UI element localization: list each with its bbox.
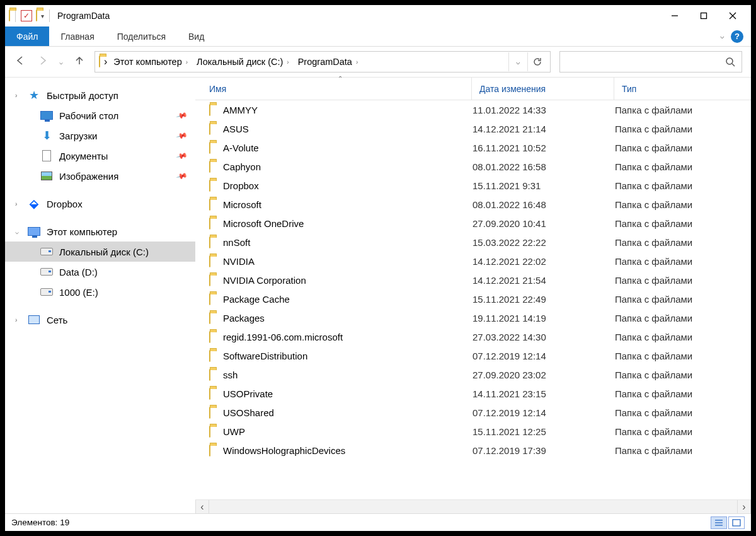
column-header-name[interactable]: ⌃ Имя <box>209 78 471 100</box>
forward-button[interactable] <box>37 54 49 69</box>
file-type: Папка с файлами <box>615 275 751 286</box>
network-icon <box>28 314 40 325</box>
file-row[interactable]: A-Volute16.11.2021 10:52Папка с файлами <box>195 138 751 157</box>
drive-icon <box>40 246 53 257</box>
ribbon-tab-share[interactable]: Поделиться <box>106 26 177 46</box>
chevron-right-icon[interactable]: › <box>15 201 17 207</box>
sidebar-item-downloads[interactable]: ⬇ Загрузки 📌 <box>5 125 195 146</box>
folder-icon <box>209 180 223 191</box>
folder-icon <box>209 426 223 437</box>
file-date: 16.11.2021 10:52 <box>472 143 615 153</box>
search-icon <box>725 57 735 67</box>
file-name: WindowsHolographicDevices <box>223 445 472 456</box>
breadcrumb-segment[interactable]: ProgramData› <box>295 55 361 68</box>
file-row[interactable]: NVIDIA14.12.2021 22:02Папка с файлами <box>195 252 751 271</box>
sidebar-item-desktop[interactable]: Рабочий стол 📌 <box>5 105 195 125</box>
svg-rect-9 <box>733 520 740 526</box>
file-name: UWP <box>223 426 472 437</box>
file-date: 07.12.2019 17:39 <box>472 445 615 456</box>
pin-icon: 📌 <box>176 149 188 162</box>
sidebar-item-documents[interactable]: Документы 📌 <box>5 146 195 166</box>
column-header-date[interactable]: Дата изменения <box>471 78 614 100</box>
sidebar-drive-e[interactable]: 1000 (E:) <box>5 282 195 302</box>
sort-asc-icon: ⌃ <box>338 75 343 82</box>
file-row[interactable]: regid.1991-06.com.microsoft27.03.2022 14… <box>195 327 751 346</box>
file-name: Dropbox <box>223 180 472 191</box>
qat-dropdown-icon[interactable]: ▾ <box>41 13 44 20</box>
file-date: 15.11.2021 12:25 <box>472 426 615 437</box>
file-name: Microsoft OneDrive <box>223 218 472 229</box>
search-box[interactable] <box>559 51 742 73</box>
file-list[interactable]: AMMYY11.01.2022 14:33Папка с файламиASUS… <box>195 100 751 499</box>
up-button[interactable] <box>73 54 86 69</box>
properties-icon[interactable]: ✓ <box>21 10 32 21</box>
view-large-icons-button[interactable] <box>728 516 745 529</box>
folder-icon <box>209 332 223 342</box>
ribbon-expand-icon[interactable]: ⌵ <box>720 32 724 40</box>
file-row[interactable]: Dropbox15.11.2021 9:31Папка с файлами <box>195 176 751 195</box>
file-row[interactable]: AMMYY11.01.2022 14:33Папка с файлами <box>195 100 751 119</box>
chevron-right-icon[interactable]: › <box>15 317 17 323</box>
breadcrumb-segment[interactable]: Этот компьютер› <box>111 55 190 68</box>
folder-icon[interactable] <box>36 10 37 21</box>
svg-point-4 <box>726 58 733 64</box>
file-type: Папка с файлами <box>615 218 751 229</box>
chevron-right-icon[interactable]: › <box>186 59 188 66</box>
help-button[interactable]: ? <box>731 30 743 43</box>
chevron-down-icon[interactable]: ⌵ <box>15 228 19 235</box>
column-header-type[interactable]: Тип <box>614 78 751 100</box>
chevron-right-icon[interactable]: › <box>15 92 17 99</box>
scroll-right-button[interactable]: › <box>737 500 751 513</box>
file-row[interactable]: ASUS14.12.2021 21:14Папка с файлами <box>195 119 751 138</box>
file-row[interactable]: WindowsHolographicDevices07.12.2019 17:3… <box>195 441 751 460</box>
explorer-window: ✓ ▾ ProgramData Файл Главная Поделиться … <box>3 3 753 533</box>
sidebar-this-pc[interactable]: ⌵ Этот компьютер <box>5 221 195 242</box>
address-bar[interactable]: › Этот компьютер› Локальный диск (C:)› P… <box>94 51 551 73</box>
close-button[interactable] <box>718 6 747 25</box>
sidebar-quick-access[interactable]: › ★ Быстрый доступ <box>5 85 195 105</box>
file-row[interactable]: NVIDIA Corporation14.12.2021 21:54Папка … <box>195 271 751 289</box>
file-type: Папка с файлами <box>615 256 751 267</box>
ribbon-tab-view[interactable]: Вид <box>177 26 215 46</box>
refresh-button[interactable] <box>527 52 546 71</box>
file-row[interactable]: UWP15.11.2021 12:25Папка с файлами <box>195 422 751 441</box>
file-type: Папка с файлами <box>615 445 751 456</box>
file-row[interactable]: ssh27.09.2020 23:02Папка с файлами <box>195 365 751 384</box>
maximize-button[interactable] <box>689 6 718 25</box>
back-button[interactable] <box>14 54 26 69</box>
file-date: 14.12.2021 21:54 <box>472 275 615 286</box>
address-dropdown-button[interactable]: ⌵ <box>508 52 527 71</box>
file-row[interactable]: nnSoft15.03.2022 22:22Папка с файлами <box>195 233 751 252</box>
breadcrumb-segment[interactable]: Локальный диск (C:)› <box>194 55 292 68</box>
file-row[interactable]: USOPrivate14.11.2021 23:15Папка с файлам… <box>195 384 751 403</box>
sidebar-dropbox[interactable]: › ⬙ Dropbox <box>5 194 195 214</box>
file-row[interactable]: USOShared07.12.2019 12:14Папка с файлами <box>195 403 751 422</box>
horizontal-scrollbar[interactable]: ‹ › <box>195 499 751 513</box>
file-row[interactable]: Packages19.11.2021 14:19Папка с файлами <box>195 308 751 327</box>
sidebar-network[interactable]: › Сеть <box>5 310 195 330</box>
scroll-left-button[interactable]: ‹ <box>195 500 209 513</box>
file-row[interactable]: Caphyon08.01.2022 16:58Папка с файлами <box>195 157 751 176</box>
folder-icon <box>9 10 10 21</box>
chevron-right-icon[interactable]: › <box>356 59 358 66</box>
sidebar-drive-d[interactable]: Data (D:) <box>5 262 195 282</box>
minimize-button[interactable] <box>660 6 689 25</box>
file-row[interactable]: SoftwareDistribution07.12.2019 12:14Папк… <box>195 346 751 365</box>
file-type: Папка с файлами <box>615 199 751 210</box>
recent-dropdown-icon[interactable]: ⌵ <box>59 59 63 66</box>
file-type: Папка с файлами <box>615 407 751 418</box>
file-date: 19.11.2021 14:19 <box>472 313 615 323</box>
chevron-right-icon[interactable]: › <box>287 59 289 66</box>
file-date: 14.12.2021 21:14 <box>472 124 615 134</box>
sidebar-item-pictures[interactable]: Изображения 📌 <box>5 166 195 186</box>
ribbon-tab-home[interactable]: Главная <box>49 26 105 46</box>
chevron-right-icon[interactable]: › <box>104 56 107 67</box>
file-row[interactable]: Microsoft OneDrive27.09.2020 10:41Папка … <box>195 214 751 233</box>
view-details-button[interactable] <box>711 516 727 529</box>
file-name: NVIDIA Corporation <box>223 275 472 286</box>
file-name: A-Volute <box>223 143 472 153</box>
file-row[interactable]: Package Cache15.11.2021 22:49Папка с фай… <box>195 289 751 308</box>
ribbon-tab-file[interactable]: Файл <box>5 26 49 46</box>
file-row[interactable]: Microsoft08.01.2022 16:48Папка с файлами <box>195 195 751 214</box>
sidebar-drive-c[interactable]: Локальный диск (C:) <box>5 242 195 262</box>
